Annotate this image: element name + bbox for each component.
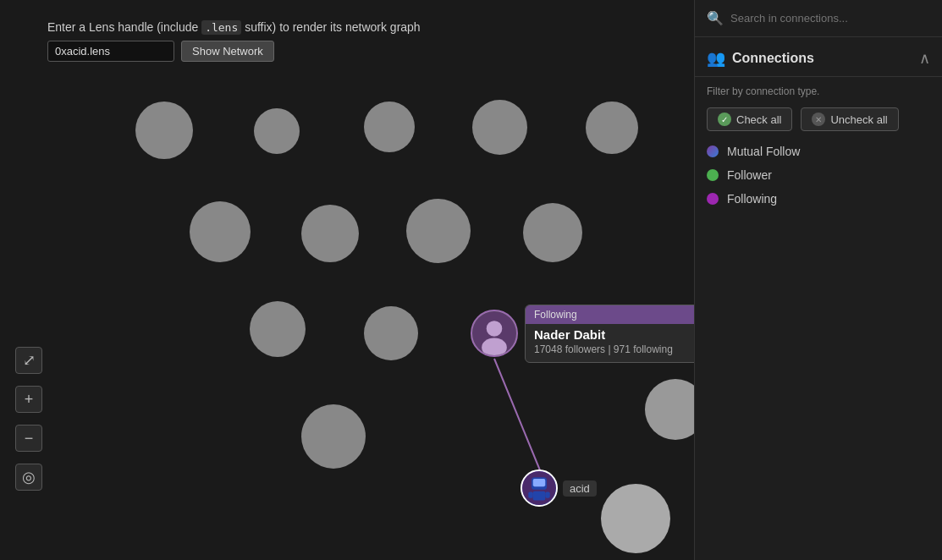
network-node[interactable] <box>301 404 366 469</box>
acid-avatar <box>521 469 558 507</box>
nader-node[interactable] <box>471 310 518 357</box>
fullscreen-button[interactable]: ⤢ <box>15 347 42 374</box>
search-icon: 🔍 <box>707 10 724 26</box>
check-all-icon: ✓ <box>718 113 731 126</box>
filter-label: Filter by connection type. <box>695 77 942 104</box>
connections-icon: 👥 <box>707 49 725 68</box>
network-node[interactable] <box>406 199 471 263</box>
connection-type-item[interactable]: Mutual Follow <box>707 145 930 158</box>
show-network-button[interactable]: Show Network <box>181 41 274 62</box>
network-node[interactable] <box>586 102 638 154</box>
check-all-label: Check all <box>736 113 781 126</box>
collapse-button[interactable]: ∧ <box>919 49 930 68</box>
network-node[interactable] <box>301 205 359 262</box>
connection-type-label: Following <box>727 192 777 206</box>
network-node[interactable] <box>254 108 300 154</box>
svg-rect-9 <box>545 492 549 498</box>
acid-label: acid <box>563 480 597 497</box>
search-bar: 🔍 <box>695 0 942 37</box>
uncheck-all-label: Uncheck all <box>830 113 887 126</box>
tooltip-stats: 17048 followers | 971 following <box>526 343 702 362</box>
tooltip-following: Following <box>526 305 702 324</box>
network-node[interactable] <box>601 484 670 553</box>
connection-type-item[interactable]: Follower <box>707 168 930 182</box>
input-row: Show Network <box>47 41 421 62</box>
tooltip-name: Nader Dabit <box>526 324 702 343</box>
recenter-button[interactable]: ◎ <box>15 464 42 491</box>
acid-node[interactable]: acid <box>521 469 597 507</box>
connection-dot <box>707 145 719 157</box>
right-panel: 🔍 👥 Connections ∧ Filter by connection t… <box>694 0 942 560</box>
network-node[interactable] <box>472 100 527 155</box>
check-all-button[interactable]: ✓ Check all <box>707 107 792 131</box>
connection-dot <box>707 193 719 205</box>
connection-types: Mutual Follow Follower Following <box>695 141 942 209</box>
connection-type-item[interactable]: Following <box>707 192 930 206</box>
graph-area: Following Nader Dabit 17048 followers | … <box>0 0 694 560</box>
handle-input[interactable] <box>47 41 174 62</box>
svg-rect-7 <box>533 491 546 501</box>
svg-rect-8 <box>528 492 532 498</box>
check-row: ✓ Check all ✕ Uncheck all <box>695 104 942 141</box>
search-input[interactable] <box>730 12 930 25</box>
top-label: Enter a Lens handle (include .lens suffi… <box>47 20 421 34</box>
network-node[interactable] <box>250 301 306 357</box>
svg-rect-6 <box>533 479 546 486</box>
connection-type-label: Mutual Follow <box>727 145 800 158</box>
zoom-out-button[interactable]: − <box>15 425 42 452</box>
uncheck-all-icon: ✕ <box>812 113 825 126</box>
connection-dot <box>707 169 719 181</box>
network-node[interactable] <box>190 201 251 262</box>
connections-title: 👥 Connections <box>707 49 814 68</box>
svg-line-0 <box>494 359 546 485</box>
node-tooltip: Following Nader Dabit 17048 followers | … <box>525 305 702 363</box>
svg-point-2 <box>487 321 503 337</box>
connections-header: 👥 Connections ∧ <box>695 37 942 77</box>
connections-title-text: Connections <box>732 51 814 66</box>
network-node[interactable] <box>135 102 193 159</box>
network-node[interactable] <box>364 102 415 152</box>
zoom-in-button[interactable]: + <box>15 386 42 413</box>
connection-type-label: Follower <box>727 168 772 182</box>
top-bar: Enter a Lens handle (include .lens suffi… <box>47 20 421 62</box>
map-controls: ⤢ + − ◎ <box>15 347 42 491</box>
network-node[interactable] <box>523 203 582 262</box>
network-node[interactable] <box>364 306 418 360</box>
uncheck-all-button[interactable]: ✕ Uncheck all <box>801 107 898 131</box>
